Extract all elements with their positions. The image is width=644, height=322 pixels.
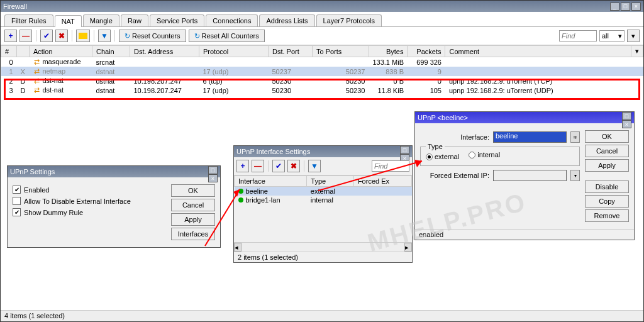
col-bytes[interactable]: Bytes — [369, 46, 408, 57]
upnp-settings-window: UPnP Settings □× ✔Enabled Allow To Disab… — [7, 165, 221, 248]
tab-address-lists[interactable]: Address Lists — [259, 14, 314, 26]
main-statusbar: 4 items (1 selected) — [1, 310, 643, 321]
upnp-interface-table: Interface Type Forced Ex beelineexternal… — [234, 175, 412, 204]
chevron-down-icon[interactable]: ∓ — [570, 131, 580, 143]
scrollbar[interactable] — [242, 243, 404, 252]
chevron-down-icon[interactable]: ▾ — [570, 170, 580, 181]
col-num[interactable]: # — [1, 46, 17, 57]
firewall-table: # Action Chain Dst. Address Protocol Dst… — [1, 45, 643, 95]
table-row[interactable]: 2D⇄dst-natdstnat10.198.207.2476 (tcp)502… — [1, 76, 643, 86]
close-icon[interactable]: × — [208, 174, 218, 182]
internal-radio[interactable]: internal — [469, 151, 500, 158]
filter-combo[interactable]: all▾ — [599, 30, 625, 42]
tab-raw[interactable]: Raw — [121, 14, 148, 26]
tab-service-ports[interactable]: Service Ports — [150, 14, 204, 26]
reset-counters-button[interactable]: ↻ Reset Counters — [119, 30, 186, 42]
main-tabs: Filter Rules NAT Mangle Raw Service Port… — [1, 12, 643, 27]
filter-button[interactable]: ▼ — [308, 160, 321, 172]
maximize-icon[interactable]: □ — [621, 3, 630, 11]
col-protocol[interactable]: Protocol — [199, 46, 268, 57]
remove-button[interactable]: Remove — [585, 209, 629, 222]
upnp-beeline-window: UPnP <beeline> □× Interface: beeline ∓ T… — [414, 111, 635, 240]
col-type[interactable]: Type — [307, 176, 354, 187]
filter-button[interactable]: ▼ — [98, 30, 111, 42]
add-button[interactable]: + — [4, 30, 17, 42]
tab-connections[interactable]: Connections — [206, 14, 258, 26]
upnp-beeline-status: enabled — [415, 229, 634, 240]
col-to-ports[interactable]: To Ports — [312, 46, 369, 57]
main-toolbar: + — ✔ ✖ ▼ ↻ Reset Counters ↻ Reset All C… — [1, 27, 643, 45]
disable-button[interactable]: Disable — [585, 180, 629, 193]
show-dummy-checkbox[interactable]: ✔Show Dummy Rule — [13, 208, 165, 216]
external-radio[interactable]: external — [426, 153, 459, 160]
scroll-left-icon[interactable]: ◂ — [234, 243, 242, 252]
col-dst-addr[interactable]: Dst. Address — [130, 46, 199, 57]
scroll-right-icon[interactable]: ▸ — [404, 243, 412, 252]
ok-button[interactable]: OK — [171, 184, 215, 197]
remove-button[interactable]: — — [252, 160, 264, 172]
add-button[interactable]: + — [236, 160, 249, 172]
col-comment[interactable]: Comment — [445, 46, 631, 57]
minimize-icon[interactable]: _ — [610, 3, 619, 11]
status-dot-icon — [238, 197, 243, 203]
enabled-checkbox[interactable]: ✔Enabled — [13, 186, 165, 194]
cancel-button[interactable]: Cancel — [585, 145, 629, 157]
interface-label: Interface: — [420, 133, 489, 141]
allow-disable-checkbox[interactable]: Allow To Disable External Interface — [13, 197, 165, 205]
forced-ip-input[interactable] — [493, 170, 567, 181]
col-action[interactable]: Action — [29, 46, 92, 57]
main-title: Firewall — [3, 1, 27, 12]
forced-ip-label: Forced External IP: — [420, 172, 489, 179]
close-icon[interactable]: × — [622, 120, 631, 128]
comment-button[interactable] — [76, 30, 90, 42]
upnp-settings-titlebar: UPnP Settings □× — [8, 166, 220, 177]
col-chain[interactable]: Chain — [92, 46, 130, 57]
copy-button[interactable]: Copy — [585, 195, 629, 208]
tab-nat[interactable]: NAT — [55, 15, 82, 27]
cancel-button[interactable]: Cancel — [171, 199, 215, 211]
col-forced[interactable]: Forced Ex — [353, 176, 411, 187]
interface-input[interactable]: beeline — [493, 131, 567, 143]
table-row[interactable]: 3D⇄dst-natdstnat10.198.207.24717 (udp)50… — [1, 86, 643, 95]
table-row[interactable]: bridge1-laninternal — [235, 196, 412, 204]
find-input[interactable] — [372, 160, 409, 172]
type-fieldset: Type external internal — [420, 147, 580, 166]
remove-button[interactable]: — — [19, 30, 32, 42]
col-interface[interactable]: Interface — [235, 176, 307, 187]
apply-button[interactable]: Apply — [585, 159, 629, 172]
upnp-interface-titlebar: UPnP Interface Settings □× — [234, 146, 412, 157]
disable-button[interactable]: ✖ — [55, 30, 68, 42]
col-dst-port[interactable]: Dst. Port — [268, 46, 312, 57]
tab-mangle[interactable]: Mangle — [83, 14, 119, 26]
close-icon[interactable]: × — [631, 3, 641, 11]
main-titlebar: Firewall _ □ × — [1, 1, 643, 12]
tab-filter-rules[interactable]: Filter Rules — [4, 14, 53, 26]
table-row[interactable]: beelineexternal — [235, 187, 412, 196]
interfaces-button[interactable]: Interfaces — [171, 228, 215, 240]
status-dot-icon — [238, 189, 243, 194]
find-input[interactable] — [559, 30, 597, 42]
filter-dropdown-icon[interactable]: ▾ — [627, 30, 640, 42]
enable-button[interactable]: ✔ — [272, 160, 285, 172]
enable-button[interactable]: ✔ — [40, 30, 53, 42]
table-row[interactable]: 1X⇄netmapdstnat17 (udp)5023750237838 B9 — [1, 67, 643, 76]
table-row[interactable]: 0⇄masqueradesrcnat133.1 MiB699 326 — [1, 57, 643, 67]
disable-button[interactable]: ✖ — [287, 160, 300, 172]
upnp-beeline-titlebar: UPnP <beeline> □× — [415, 112, 634, 123]
col-packets[interactable]: Packets — [408, 46, 445, 57]
upnp-interface-window: UPnP Interface Settings □× + — ✔ ✖ ▼ Int… — [233, 145, 413, 263]
upnp-interface-status: 2 items (1 selected) — [234, 252, 412, 262]
tab-layer7[interactable]: Layer7 Protocols — [316, 14, 382, 26]
reset-all-counters-button[interactable]: ↻ Reset All Counters — [189, 30, 265, 42]
apply-button[interactable]: Apply — [171, 213, 215, 226]
ok-button[interactable]: OK — [585, 130, 629, 143]
